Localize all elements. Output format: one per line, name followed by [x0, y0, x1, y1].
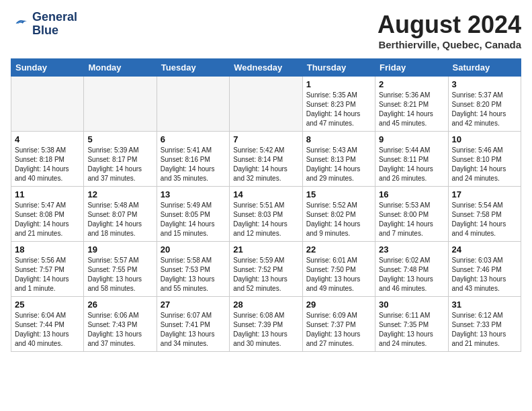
- day-info: Sunrise: 6:04 AM Sunset: 7:44 PM Dayligh…: [15, 311, 80, 349]
- calendar-cell: 4Sunrise: 5:38 AM Sunset: 8:18 PM Daylig…: [11, 132, 84, 187]
- day-number: 24: [452, 244, 517, 255]
- calendar-cell: 16Sunrise: 5:53 AM Sunset: 8:00 PM Dayli…: [375, 187, 448, 242]
- day-info: Sunrise: 5:57 AM Sunset: 7:55 PM Dayligh…: [87, 256, 152, 293]
- calendar-cell: [230, 77, 302, 132]
- day-info: Sunrise: 6:06 AM Sunset: 7:43 PM Dayligh…: [87, 311, 152, 349]
- calendar-cell: 15Sunrise: 5:52 AM Sunset: 8:02 PM Dayli…: [302, 187, 375, 242]
- logo-text-line2: Blue: [32, 24, 77, 38]
- day-number: 26: [87, 300, 152, 310]
- day-number: 10: [452, 134, 517, 144]
- day-number: 5: [87, 134, 152, 144]
- day-number: 25: [15, 300, 80, 310]
- day-number: 3: [452, 79, 517, 89]
- logo-icon: [11, 15, 30, 34]
- day-info: Sunrise: 5:41 AM Sunset: 8:16 PM Dayligh…: [161, 146, 226, 183]
- day-number: 28: [233, 300, 298, 310]
- calendar-cell: 27Sunrise: 6:07 AM Sunset: 7:41 PM Dayli…: [157, 297, 229, 352]
- day-number: 7: [233, 134, 298, 144]
- day-number: 2: [379, 79, 444, 89]
- col-header-saturday: Saturday: [448, 59, 521, 77]
- day-info: Sunrise: 6:12 AM Sunset: 7:33 PM Dayligh…: [452, 311, 517, 349]
- calendar-cell: 28Sunrise: 6:08 AM Sunset: 7:39 PM Dayli…: [230, 297, 302, 352]
- calendar-cell: 31Sunrise: 6:12 AM Sunset: 7:33 PM Dayli…: [448, 297, 521, 352]
- calendar-cell: 23Sunrise: 6:02 AM Sunset: 7:48 PM Dayli…: [375, 242, 448, 297]
- calendar-week-2: 4Sunrise: 5:38 AM Sunset: 8:18 PM Daylig…: [11, 132, 521, 187]
- day-info: Sunrise: 5:37 AM Sunset: 8:20 PM Dayligh…: [452, 91, 517, 128]
- day-info: Sunrise: 5:53 AM Sunset: 8:00 PM Dayligh…: [379, 201, 444, 238]
- calendar-cell: 9Sunrise: 5:44 AM Sunset: 8:11 PM Daylig…: [375, 132, 448, 187]
- day-number: 27: [161, 300, 226, 310]
- day-info: Sunrise: 5:56 AM Sunset: 7:57 PM Dayligh…: [15, 256, 80, 293]
- calendar-cell: 13Sunrise: 5:49 AM Sunset: 8:05 PM Dayli…: [157, 187, 229, 242]
- calendar-cell: 30Sunrise: 6:11 AM Sunset: 7:35 PM Dayli…: [375, 297, 448, 352]
- col-header-wednesday: Wednesday: [230, 59, 302, 77]
- calendar-cell: 22Sunrise: 6:01 AM Sunset: 7:50 PM Dayli…: [302, 242, 375, 297]
- calendar-cell: 18Sunrise: 5:56 AM Sunset: 7:57 PM Dayli…: [11, 242, 84, 297]
- calendar-cell: 5Sunrise: 5:39 AM Sunset: 8:17 PM Daylig…: [84, 132, 157, 187]
- calendar-cell: 24Sunrise: 6:03 AM Sunset: 7:46 PM Dayli…: [448, 242, 521, 297]
- col-header-thursday: Thursday: [302, 59, 375, 77]
- day-info: Sunrise: 5:58 AM Sunset: 7:53 PM Dayligh…: [161, 256, 226, 293]
- day-info: Sunrise: 5:54 AM Sunset: 7:58 PM Dayligh…: [452, 201, 517, 238]
- day-number: 14: [233, 189, 298, 199]
- day-info: Sunrise: 5:42 AM Sunset: 8:14 PM Dayligh…: [233, 146, 298, 183]
- calendar-table: SundayMondayTuesdayWednesdayThursdayFrid…: [11, 58, 521, 352]
- calendar-cell: [11, 77, 84, 132]
- calendar-cell: 17Sunrise: 5:54 AM Sunset: 7:58 PM Dayli…: [448, 187, 521, 242]
- day-info: Sunrise: 5:39 AM Sunset: 8:17 PM Dayligh…: [87, 146, 152, 183]
- day-info: Sunrise: 5:43 AM Sunset: 8:13 PM Dayligh…: [306, 146, 371, 183]
- day-info: Sunrise: 5:36 AM Sunset: 8:21 PM Dayligh…: [379, 91, 444, 128]
- calendar-week-5: 25Sunrise: 6:04 AM Sunset: 7:44 PM Dayli…: [11, 297, 521, 352]
- day-info: Sunrise: 6:11 AM Sunset: 7:35 PM Dayligh…: [379, 311, 444, 349]
- day-number: 4: [15, 134, 80, 144]
- day-number: 12: [87, 189, 152, 199]
- calendar-cell: 14Sunrise: 5:51 AM Sunset: 8:03 PM Dayli…: [230, 187, 302, 242]
- calendar-cell: 29Sunrise: 6:09 AM Sunset: 7:37 PM Dayli…: [302, 297, 375, 352]
- calendar-cell: 26Sunrise: 6:06 AM Sunset: 7:43 PM Dayli…: [84, 297, 157, 352]
- calendar-cell: 8Sunrise: 5:43 AM Sunset: 8:13 PM Daylig…: [302, 132, 375, 187]
- day-info: Sunrise: 6:08 AM Sunset: 7:39 PM Dayligh…: [233, 311, 298, 349]
- location-text: Berthierville, Quebec, Canada: [378, 39, 521, 50]
- calendar-week-4: 18Sunrise: 5:56 AM Sunset: 7:57 PM Dayli…: [11, 242, 521, 297]
- day-info: Sunrise: 5:46 AM Sunset: 8:10 PM Dayligh…: [452, 146, 517, 183]
- month-title: August 2024: [378, 11, 521, 39]
- calendar-cell: 2Sunrise: 5:36 AM Sunset: 8:21 PM Daylig…: [375, 77, 448, 132]
- calendar-cell: 10Sunrise: 5:46 AM Sunset: 8:10 PM Dayli…: [448, 132, 521, 187]
- calendar-cell: 19Sunrise: 5:57 AM Sunset: 7:55 PM Dayli…: [84, 242, 157, 297]
- day-info: Sunrise: 6:03 AM Sunset: 7:46 PM Dayligh…: [452, 256, 517, 293]
- col-header-friday: Friday: [375, 59, 448, 77]
- calendar-cell: 12Sunrise: 5:48 AM Sunset: 8:07 PM Dayli…: [84, 187, 157, 242]
- day-info: Sunrise: 5:38 AM Sunset: 8:18 PM Dayligh…: [15, 146, 80, 183]
- day-number: 29: [306, 300, 371, 310]
- calendar-cell: 3Sunrise: 5:37 AM Sunset: 8:20 PM Daylig…: [448, 77, 521, 132]
- col-header-monday: Monday: [84, 59, 157, 77]
- day-info: Sunrise: 6:09 AM Sunset: 7:37 PM Dayligh…: [306, 311, 371, 349]
- calendar-cell: [84, 77, 157, 132]
- day-number: 30: [379, 300, 444, 310]
- day-info: Sunrise: 5:59 AM Sunset: 7:52 PM Dayligh…: [233, 256, 298, 293]
- day-info: Sunrise: 5:44 AM Sunset: 8:11 PM Dayligh…: [379, 146, 444, 183]
- day-number: 16: [379, 189, 444, 199]
- page-header: General Blue August 2024 Berthierville, …: [11, 11, 521, 50]
- day-number: 18: [15, 244, 80, 255]
- day-info: Sunrise: 5:48 AM Sunset: 8:07 PM Dayligh…: [87, 201, 152, 238]
- calendar-cell: 21Sunrise: 5:59 AM Sunset: 7:52 PM Dayli…: [230, 242, 302, 297]
- day-info: Sunrise: 5:52 AM Sunset: 8:02 PM Dayligh…: [306, 201, 371, 238]
- calendar-week-3: 11Sunrise: 5:47 AM Sunset: 8:08 PM Dayli…: [11, 187, 521, 242]
- day-number: 22: [306, 244, 371, 255]
- calendar-cell: 7Sunrise: 5:42 AM Sunset: 8:14 PM Daylig…: [230, 132, 302, 187]
- day-number: 1: [306, 79, 371, 89]
- day-number: 19: [87, 244, 152, 255]
- day-number: 23: [379, 244, 444, 255]
- calendar-week-1: 1Sunrise: 5:35 AM Sunset: 8:23 PM Daylig…: [11, 77, 521, 132]
- day-number: 20: [161, 244, 226, 255]
- day-info: Sunrise: 5:49 AM Sunset: 8:05 PM Dayligh…: [161, 201, 226, 238]
- day-number: 8: [306, 134, 371, 144]
- day-info: Sunrise: 5:51 AM Sunset: 8:03 PM Dayligh…: [233, 201, 298, 238]
- calendar-cell: 20Sunrise: 5:58 AM Sunset: 7:53 PM Dayli…: [157, 242, 229, 297]
- day-info: Sunrise: 6:07 AM Sunset: 7:41 PM Dayligh…: [161, 311, 226, 349]
- logo: General Blue: [11, 11, 77, 38]
- calendar-cell: 11Sunrise: 5:47 AM Sunset: 8:08 PM Dayli…: [11, 187, 84, 242]
- col-header-sunday: Sunday: [11, 59, 84, 77]
- day-number: 17: [452, 189, 517, 199]
